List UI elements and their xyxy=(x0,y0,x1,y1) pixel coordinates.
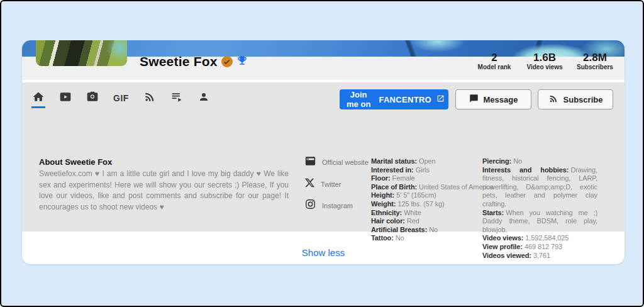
detail-artificial-breasts: Artificial Breasts:No xyxy=(371,226,488,235)
detail-ethnicity: Ethnicity:White xyxy=(371,209,488,218)
details-column-2: Piercing:No Interests and hobbies:Drawin… xyxy=(482,157,597,260)
detail-starts: Starts:When you watching me ;) Daddy the… xyxy=(482,209,597,235)
stat-subscribers: 2.8M Subscribers xyxy=(575,52,614,70)
tab-about[interactable] xyxy=(197,89,210,108)
show-less-row: Show less xyxy=(22,247,625,259)
detail-floor: Floor:Female xyxy=(371,174,488,183)
profile-tabs: GIF xyxy=(31,89,210,108)
trophy-icon xyxy=(236,55,248,69)
stat-video-views: 1.6B Video views xyxy=(525,52,564,70)
details-column-1: Marital status:Open Interested in:Girls … xyxy=(371,157,488,243)
detail-tattoo: Tattoo:No xyxy=(371,234,488,243)
verified-badge-icon xyxy=(221,56,233,67)
website-icon xyxy=(305,156,316,169)
tab-playlists[interactable] xyxy=(170,89,184,108)
person-icon xyxy=(198,91,209,105)
camera-icon xyxy=(86,91,99,106)
rss-icon xyxy=(143,91,156,106)
message-label: Message xyxy=(484,95,518,104)
tab-feed[interactable] xyxy=(143,89,157,108)
rss-icon xyxy=(548,94,558,106)
playlist-icon xyxy=(170,90,184,106)
stat-value: 1.6B xyxy=(525,52,564,64)
home-icon xyxy=(32,91,45,106)
gif-label: GIF xyxy=(113,93,129,103)
link-twitter[interactable]: Twitter xyxy=(305,178,341,190)
tab-gifs[interactable]: GIF xyxy=(113,89,130,108)
tab-home[interactable] xyxy=(31,89,45,108)
stat-model-rank: 2 Model rank xyxy=(475,52,514,70)
message-button[interactable]: Message xyxy=(455,89,531,109)
link-instagram[interactable]: Instagram xyxy=(305,199,353,212)
detail-hair-color: Hair color:Red xyxy=(371,217,488,226)
page-background: Sweetie Fox 2 Model rank 1.6B Video view… xyxy=(0,0,644,307)
detail-piercing: Piercing:No xyxy=(482,157,597,166)
detail-height: Height:5' 5" (165cm) xyxy=(371,191,488,200)
tab-videos[interactable] xyxy=(58,89,72,108)
fancentro-prefix: Join me on xyxy=(343,90,374,109)
detail-weight: Weight:125 lbs. (57 kg) xyxy=(371,200,488,209)
link-label: Twitter xyxy=(321,181,341,188)
detail-interested-in: Interested in:Girls xyxy=(371,166,488,175)
twitter-x-icon xyxy=(305,178,314,190)
link-label: Official website xyxy=(322,159,369,166)
fancentro-button[interactable]: Join me on FANCENTRO xyxy=(340,89,448,109)
fancentro-brand: FANCENTRO xyxy=(379,95,431,104)
profile-name: Sweetie Fox xyxy=(140,54,218,69)
instagram-icon xyxy=(305,199,316,212)
detail-interests: Interests and hobbies:Drawing, fitness, … xyxy=(482,166,597,209)
detail-video-views: Video views:1,592,584,025 xyxy=(482,234,597,243)
video-icon xyxy=(59,91,72,106)
about-text: Sweetiefox.com ♥ I am a little cute girl… xyxy=(39,169,289,213)
profile-avatar xyxy=(36,40,127,66)
stat-label: Video views xyxy=(525,64,564,70)
stat-value: 2 xyxy=(475,52,514,64)
stat-label: Subscribers xyxy=(575,64,614,70)
profile-name-row: Sweetie Fox xyxy=(140,54,248,69)
detail-place-of-birth: Place of Birth:United States of America xyxy=(371,183,488,192)
link-label: Instagram xyxy=(322,202,353,209)
detail-marital-status: Marital status:Open xyxy=(371,157,488,166)
chat-icon xyxy=(469,94,479,105)
link-official-website[interactable]: Official website xyxy=(305,156,369,169)
about-heading: About Sweetie Fox xyxy=(39,157,112,167)
show-less-link[interactable]: Show less xyxy=(302,247,345,258)
profile-card: Sweetie Fox 2 Model rank 1.6B Video view… xyxy=(22,40,625,264)
tab-photos[interactable] xyxy=(86,89,99,108)
stat-value: 2.8M xyxy=(575,52,614,64)
subscribe-button[interactable]: Subscribe xyxy=(538,89,613,109)
stat-label: Model rank xyxy=(475,64,514,70)
profile-stats: 2 Model rank 1.6B Video views 2.8M Subsc… xyxy=(475,52,614,70)
external-link-icon xyxy=(436,94,445,104)
subscribe-label: Subscribe xyxy=(564,95,603,104)
